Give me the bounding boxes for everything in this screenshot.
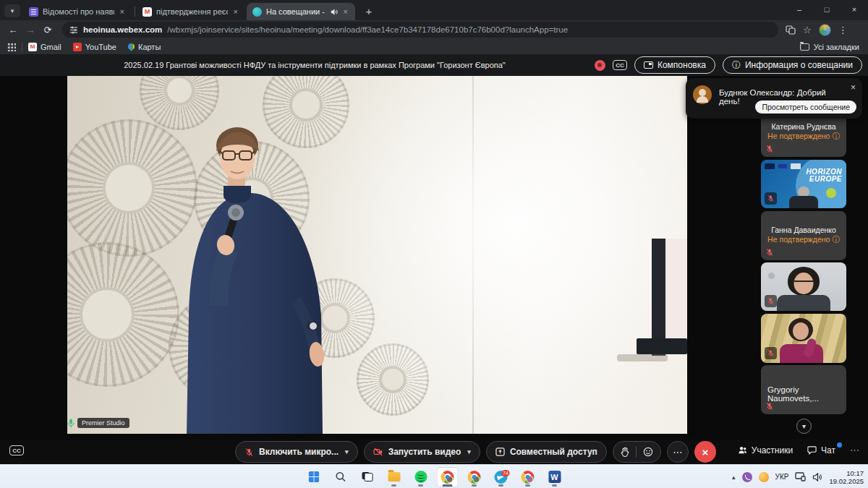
search-button[interactable] [330, 467, 352, 487]
tray-expand-icon[interactable]: ▴ [732, 474, 736, 481]
browser-tabstrip: ▾ Відомості про наявність пості × M підт… [0, 0, 868, 20]
call-controls: Включить микро... ▾ Запустить видео ▾ Со… [235, 441, 716, 463]
tab-title: Відомості про наявність пості [43, 7, 114, 16]
screen: ▾ Відомості про наявність пості × M підт… [0, 0, 868, 488]
bookmark-gmail[interactable]: M Gmail [28, 43, 61, 51]
more-options-button[interactable]: ⋯ [667, 441, 689, 463]
more-dots-icon: ⋯ [673, 447, 682, 458]
view-message-button[interactable]: Просмотреть сообщение [755, 100, 856, 114]
share-screen-button[interactable]: Совместный доступ [486, 441, 607, 463]
spotify-icon [414, 471, 427, 483]
participant-tile[interactable]: Grygoriy Naumovets,... [761, 365, 846, 414]
url-path: /wbxmjs/joinservice/sites/heoinua/meetin… [167, 25, 568, 34]
chevron-down-icon[interactable]: ▾ [467, 448, 471, 455]
orange-app-icon[interactable] [759, 472, 769, 482]
more-panels-icon[interactable]: ⋯ [850, 445, 859, 455]
chevron-down-icon: ▾ [802, 422, 806, 430]
chat-notification-toast[interactable]: Буднюк Олександр: Добрий день! × Просмот… [686, 78, 862, 119]
close-window-button[interactable]: × [841, 0, 868, 19]
tab-close-icon[interactable]: × [119, 7, 126, 16]
participant-tile-video[interactable] [761, 262, 846, 311]
search-icon [335, 471, 346, 482]
bookmark-star-icon[interactable]: ☆ [803, 25, 812, 35]
slide-logos [765, 163, 801, 169]
chrome-active-button[interactable] [437, 467, 459, 487]
viber-icon[interactable] [742, 472, 752, 482]
raise-hand-icon[interactable] [621, 447, 629, 457]
start-video-button[interactable]: Запустить видео ▾ [364, 441, 480, 463]
bookmark-label: Карты [138, 43, 161, 51]
closed-captions-icon[interactable]: CC [613, 60, 627, 70]
maximize-button[interactable]: □ [813, 0, 841, 19]
layout-button[interactable]: Компоновка [634, 56, 715, 74]
participants-icon [738, 445, 747, 455]
unmute-button[interactable]: Включить микро... ▾ [235, 441, 358, 463]
volume-icon[interactable] [812, 473, 822, 481]
meeting-title: 2025.02.19 Грантові можливості НФДУ та і… [0, 61, 629, 69]
all-bookmarks-label: Усі закладки [814, 43, 859, 51]
captions-toggle-icon[interactable]: CC [9, 445, 24, 455]
browser-menu-icon[interactable]: ⋮ [838, 25, 848, 35]
tab-close-icon[interactable]: × [232, 7, 239, 16]
close-icon[interactable]: × [851, 82, 856, 93]
meeting-info-button[interactable]: ⓘ Информация о совещании [723, 56, 862, 74]
divider [636, 446, 637, 458]
filmstrip-scroll-down-button[interactable]: ▾ [796, 419, 812, 434]
participant-tile[interactable]: Катерина Руднєва Не подтверждено ⓘ [761, 118, 846, 157]
chevron-down-icon[interactable]: ▾ [345, 448, 349, 455]
chrome-icon [522, 471, 535, 484]
file-explorer-icon [388, 472, 400, 481]
reload-button[interactable]: ⟳ [39, 25, 56, 35]
file-explorer-button[interactable] [383, 467, 405, 487]
stage-label-text: Premier Studio [77, 418, 129, 428]
tab-audio-icon [330, 8, 338, 16]
start-button[interactable] [303, 467, 325, 487]
tab-separator [135, 7, 135, 17]
bookmark-youtube[interactable]: YouTube [73, 43, 116, 51]
tab-vidomosti[interactable]: Відомості про наявність пості × [23, 3, 132, 20]
muted-mic-icon [767, 297, 775, 305]
participant-tile-video[interactable]: HORIZON EUROPE [761, 160, 846, 208]
tab-gmail[interactable]: M підтвердження реєстрації - кі × [137, 3, 245, 20]
tab-webex-active[interactable]: На совещании - Совещани × [247, 3, 355, 20]
clock[interactable]: 10:17 19.02.2025 [829, 469, 864, 485]
spotify-button[interactable] [410, 467, 432, 487]
participant-video-figure [793, 322, 809, 340]
profile-avatar[interactable] [819, 24, 831, 36]
panel-controls: Участники Чат ⋯ [738, 445, 859, 455]
tab-list-chevron-button[interactable]: ▾ [4, 4, 20, 17]
word-button[interactable]: W [544, 467, 566, 487]
all-bookmarks-button[interactable]: Усі закладки [800, 39, 859, 54]
task-view-button[interactable] [357, 467, 378, 487]
avatar [446, 476, 454, 483]
new-tab-button[interactable]: + [361, 3, 377, 19]
cast-screen-icon[interactable] [795, 472, 806, 481]
meeting-header-actions: CC Компоновка ⓘ Информация о совещании [595, 56, 862, 74]
participant-tile[interactable]: Ганна Даваиденко Не подтверждено ⓘ [761, 211, 846, 260]
bookmark-maps[interactable]: Карты [128, 43, 161, 51]
translate-icon[interactable] [786, 25, 796, 35]
participant-name: Катерина Руднєва [761, 122, 846, 131]
participant-tile-video[interactable] [761, 314, 846, 363]
participant-video-figure [787, 187, 820, 208]
reactions-smiley-icon[interactable] [643, 447, 653, 457]
leave-meeting-button[interactable]: × [694, 441, 716, 463]
recording-indicator-icon[interactable] [595, 60, 605, 71]
participants-panel-button[interactable]: Участники [738, 445, 793, 455]
forward-button[interactable]: → [22, 25, 39, 35]
address-bar[interactable]: heoinua.webex.com/wbxmjs/joinservice/sit… [62, 22, 778, 38]
windows-logo-icon [308, 471, 319, 482]
site-settings-icon[interactable] [69, 25, 78, 34]
chat-panel-button[interactable]: Чат [807, 445, 835, 455]
chrome-profile3-button[interactable] [517, 467, 539, 487]
tab-close-icon[interactable]: × [342, 7, 349, 16]
language-indicator[interactable]: УКР [775, 473, 789, 481]
back-button[interactable]: ← [4, 25, 22, 35]
chrome-profile2-button[interactable] [464, 467, 485, 487]
apps-grid-icon[interactable] [7, 43, 16, 51]
share-screen-icon [495, 448, 505, 456]
minimize-button[interactable]: – [786, 0, 813, 19]
url-host: heoinua.webex.com [83, 25, 162, 34]
telegram-button[interactable]: 74 [490, 467, 512, 487]
date: 19.02.2025 [829, 477, 864, 485]
